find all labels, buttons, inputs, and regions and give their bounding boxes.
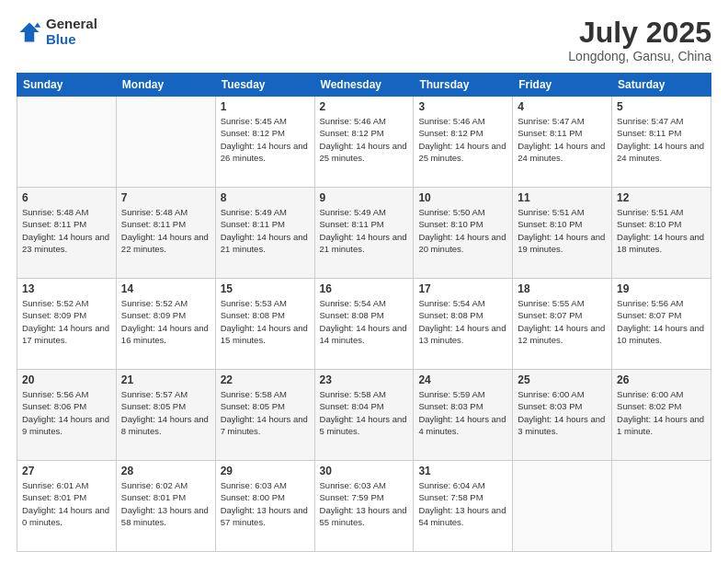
day-number: 9	[320, 191, 409, 204]
calendar-cell: 13Sunrise: 5:52 AM Sunset: 8:09 PM Dayli…	[17, 279, 117, 370]
calendar-table: SundayMondayTuesdayWednesdayThursdayFrid…	[17, 73, 711, 552]
calendar-cell: 9Sunrise: 5:49 AM Sunset: 8:11 PM Daylig…	[314, 188, 414, 279]
logo-icon	[17, 19, 42, 45]
day-info: Sunrise: 6:00 AM Sunset: 8:03 PM Dayligh…	[518, 388, 607, 437]
calendar-cell: 28Sunrise: 6:02 AM Sunset: 8:01 PM Dayli…	[116, 461, 215, 552]
day-number: 24	[418, 373, 507, 386]
day-number: 11	[518, 191, 607, 204]
day-info: Sunrise: 6:04 AM Sunset: 7:58 PM Dayligh…	[418, 479, 507, 528]
day-info: Sunrise: 5:54 AM Sunset: 8:08 PM Dayligh…	[418, 297, 507, 346]
day-header-tuesday: Tuesday	[215, 74, 314, 97]
day-info: Sunrise: 6:03 AM Sunset: 8:00 PM Dayligh…	[221, 479, 310, 528]
day-header-monday: Monday	[116, 74, 215, 97]
day-number: 4	[518, 100, 607, 113]
day-info: Sunrise: 5:49 AM Sunset: 8:11 PM Dayligh…	[221, 206, 310, 255]
calendar-cell: 4Sunrise: 5:47 AM Sunset: 8:11 PM Daylig…	[513, 97, 612, 188]
day-info: Sunrise: 6:01 AM Sunset: 8:01 PM Dayligh…	[22, 479, 111, 528]
logo-general: General	[46, 17, 97, 32]
day-info: Sunrise: 5:58 AM Sunset: 8:04 PM Dayligh…	[320, 388, 409, 437]
day-number: 23	[320, 373, 409, 386]
calendar-cell: 22Sunrise: 5:58 AM Sunset: 8:05 PM Dayli…	[215, 370, 314, 461]
day-number: 7	[121, 191, 210, 204]
day-number: 2	[320, 100, 409, 113]
calendar-cell: 14Sunrise: 5:52 AM Sunset: 8:09 PM Dayli…	[116, 279, 215, 370]
page: General Blue July 2025 Longdong, Gansu, …	[0, 0, 728, 563]
day-number: 18	[518, 282, 607, 295]
day-number: 26	[617, 373, 706, 386]
day-info: Sunrise: 5:55 AM Sunset: 8:07 PM Dayligh…	[518, 297, 607, 346]
day-info: Sunrise: 6:03 AM Sunset: 7:59 PM Dayligh…	[320, 479, 409, 528]
calendar-cell: 30Sunrise: 6:03 AM Sunset: 7:59 PM Dayli…	[314, 461, 414, 552]
calendar-cell: 1Sunrise: 5:45 AM Sunset: 8:12 PM Daylig…	[215, 97, 314, 188]
calendar-cell: 7Sunrise: 5:48 AM Sunset: 8:11 PM Daylig…	[116, 188, 215, 279]
day-number: 19	[617, 282, 706, 295]
day-header-friday: Friday	[513, 74, 612, 97]
day-number: 21	[121, 373, 210, 386]
header-row: SundayMondayTuesdayWednesdayThursdayFrid…	[17, 74, 711, 97]
calendar-cell: 5Sunrise: 5:47 AM Sunset: 8:11 PM Daylig…	[612, 97, 711, 188]
calendar-cell: 11Sunrise: 5:51 AM Sunset: 8:10 PM Dayli…	[513, 188, 612, 279]
day-number: 27	[22, 465, 111, 477]
logo-blue: Blue	[46, 32, 97, 48]
calendar-cell: 25Sunrise: 6:00 AM Sunset: 8:03 PM Dayli…	[513, 370, 612, 461]
day-number: 8	[221, 191, 310, 204]
calendar-cell: 12Sunrise: 5:51 AM Sunset: 8:10 PM Dayli…	[612, 188, 711, 279]
day-info: Sunrise: 5:48 AM Sunset: 8:11 PM Dayligh…	[22, 206, 111, 255]
day-number: 6	[22, 191, 111, 204]
week-row-5: 27Sunrise: 6:01 AM Sunset: 8:01 PM Dayli…	[17, 461, 711, 552]
day-number: 12	[617, 191, 706, 204]
day-info: Sunrise: 5:52 AM Sunset: 8:09 PM Dayligh…	[121, 297, 210, 346]
week-row-2: 6Sunrise: 5:48 AM Sunset: 8:11 PM Daylig…	[17, 188, 711, 279]
calendar-cell: 21Sunrise: 5:57 AM Sunset: 8:05 PM Dayli…	[116, 370, 215, 461]
day-info: Sunrise: 5:47 AM Sunset: 8:11 PM Dayligh…	[617, 115, 706, 164]
day-info: Sunrise: 6:00 AM Sunset: 8:02 PM Dayligh…	[617, 388, 706, 437]
calendar-cell: 27Sunrise: 6:01 AM Sunset: 8:01 PM Dayli…	[17, 461, 117, 552]
title-block: July 2025 Longdong, Gansu, China	[568, 17, 711, 63]
day-info: Sunrise: 5:49 AM Sunset: 8:11 PM Dayligh…	[320, 206, 409, 255]
header: General Blue July 2025 Longdong, Gansu, …	[17, 17, 711, 63]
day-info: Sunrise: 6:02 AM Sunset: 8:01 PM Dayligh…	[121, 479, 210, 528]
day-info: Sunrise: 5:46 AM Sunset: 8:12 PM Dayligh…	[418, 115, 507, 164]
calendar-cell: 18Sunrise: 5:55 AM Sunset: 8:07 PM Dayli…	[513, 279, 612, 370]
calendar-cell: 2Sunrise: 5:46 AM Sunset: 8:12 PM Daylig…	[314, 97, 414, 188]
logo: General Blue	[17, 17, 97, 47]
logo-text: General Blue	[46, 17, 97, 47]
calendar-cell: 3Sunrise: 5:46 AM Sunset: 8:12 PM Daylig…	[414, 97, 513, 188]
calendar-cell: 16Sunrise: 5:54 AM Sunset: 8:08 PM Dayli…	[314, 279, 414, 370]
calendar-cell: 8Sunrise: 5:49 AM Sunset: 8:11 PM Daylig…	[215, 188, 314, 279]
day-number: 22	[221, 373, 310, 386]
day-number: 5	[617, 100, 706, 113]
week-row-1: 1Sunrise: 5:45 AM Sunset: 8:12 PM Daylig…	[17, 97, 711, 188]
day-info: Sunrise: 5:58 AM Sunset: 8:05 PM Dayligh…	[221, 388, 310, 437]
day-number: 16	[320, 282, 409, 295]
day-info: Sunrise: 5:47 AM Sunset: 8:11 PM Dayligh…	[518, 115, 607, 164]
svg-marker-1	[34, 22, 40, 27]
day-number: 25	[518, 373, 607, 386]
day-info: Sunrise: 5:56 AM Sunset: 8:07 PM Dayligh…	[617, 297, 706, 346]
calendar-cell: 29Sunrise: 6:03 AM Sunset: 8:00 PM Dayli…	[215, 461, 314, 552]
calendar-cell: 23Sunrise: 5:58 AM Sunset: 8:04 PM Dayli…	[314, 370, 414, 461]
main-title: July 2025	[568, 17, 711, 49]
week-row-3: 13Sunrise: 5:52 AM Sunset: 8:09 PM Dayli…	[17, 279, 711, 370]
calendar-cell: 17Sunrise: 5:54 AM Sunset: 8:08 PM Dayli…	[414, 279, 513, 370]
calendar-cell: 19Sunrise: 5:56 AM Sunset: 8:07 PM Dayli…	[612, 279, 711, 370]
day-header-wednesday: Wednesday	[314, 74, 414, 97]
day-info: Sunrise: 5:51 AM Sunset: 8:10 PM Dayligh…	[617, 206, 706, 255]
day-info: Sunrise: 5:48 AM Sunset: 8:11 PM Dayligh…	[121, 206, 210, 255]
day-number: 29	[221, 465, 310, 477]
day-number: 28	[121, 465, 210, 477]
calendar-cell	[17, 97, 117, 188]
day-info: Sunrise: 5:54 AM Sunset: 8:08 PM Dayligh…	[320, 297, 409, 346]
subtitle: Longdong, Gansu, China	[568, 49, 711, 63]
week-row-4: 20Sunrise: 5:56 AM Sunset: 8:06 PM Dayli…	[17, 370, 711, 461]
calendar-cell	[513, 461, 612, 552]
day-info: Sunrise: 5:57 AM Sunset: 8:05 PM Dayligh…	[121, 388, 210, 437]
day-number: 15	[221, 282, 310, 295]
day-info: Sunrise: 5:45 AM Sunset: 8:12 PM Dayligh…	[221, 115, 310, 164]
day-number: 31	[418, 465, 507, 477]
day-header-sunday: Sunday	[17, 74, 117, 97]
calendar-cell: 10Sunrise: 5:50 AM Sunset: 8:10 PM Dayli…	[414, 188, 513, 279]
calendar-cell	[612, 461, 711, 552]
day-number: 17	[418, 282, 507, 295]
day-number: 13	[22, 282, 111, 295]
